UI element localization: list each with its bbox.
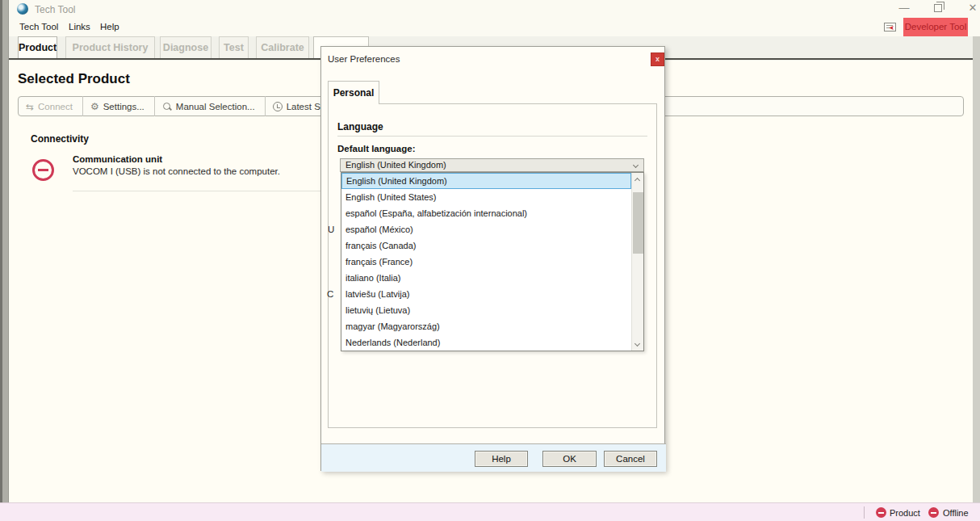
language-section-rule [337,136,647,137]
list-item[interactable]: español (México) [341,221,643,237]
feedback-icon[interactable] [884,23,896,32]
gear-icon: ⚙ [90,102,99,111]
statusbar: Product Offline [0,502,980,521]
scroll-down-icon[interactable] [634,341,640,347]
developer-tool-button[interactable]: Developer Tool [903,18,968,36]
tab-test[interactable]: Test [219,36,249,58]
product-status-icon [876,507,886,518]
list-item[interactable]: italiano (Italia) [341,270,643,286]
menubar: Tech Tool Links Help Developer Tool [9,19,980,36]
menu-help[interactable]: Help [100,22,119,32]
language-dropdown-list: English (United Kingdom) English (United… [341,172,644,351]
list-item[interactable]: français (France) [341,254,643,270]
not-connected-icon [32,159,54,181]
product-status-label: Product [890,508,920,518]
settings-label: Settings... [103,102,144,111]
window-left-edge [0,0,9,521]
list-item[interactable]: español (España, alfabetización internac… [341,205,643,221]
ok-button[interactable]: OK [542,451,597,467]
connect-label: Connect [38,102,73,111]
close-window-icon[interactable]: ✕ [966,2,979,15]
clock-icon [273,102,283,111]
list-item[interactable]: English (United States) [341,189,643,205]
list-item[interactable]: magyar (Magyarország) [341,318,643,334]
app-window: Tech Tool — ✕ Tech Tool Links Help Devel… [0,0,980,521]
settings-button[interactable]: ⚙ Settings... [83,97,154,116]
manual-selection-label: Manual Selection... [176,102,255,111]
dialog-title: User Preferences [328,54,400,64]
manual-selection-button[interactable]: Manual Selection... [155,97,265,116]
help-button[interactable]: Help [475,451,528,467]
connect-button[interactable]: ⇆ Connect [19,97,82,116]
connect-icon: ⇆ [26,101,34,111]
dialog-close-icon[interactable]: x [651,53,664,66]
communication-unit-title: Communication unit [73,154,162,164]
tab-diagnose[interactable]: Diagnose [160,36,211,58]
list-scrollbar[interactable] [631,173,643,351]
statusbar-divider [864,506,865,519]
connectivity-divider [73,191,323,191]
titlebar: Tech Tool — ✕ [9,0,980,19]
connectivity-heading: Connectivity [31,133,89,145]
restore-icon[interactable] [934,4,942,12]
occluded-label-units: U [328,225,334,234]
tab-product[interactable]: Product [18,36,57,58]
magnifier-icon [162,102,172,111]
list-item[interactable]: English (United Kingdom) [341,173,631,189]
tab-personal[interactable]: Personal [328,81,379,104]
communication-unit-status: VOCOM I (USB) is not connected to the co… [73,166,280,176]
cancel-button[interactable]: Cancel [604,451,657,467]
list-item[interactable]: français (Canada) [341,237,643,254]
scrollbar-thumb[interactable] [633,192,643,254]
tab-product-history[interactable]: Product History [65,36,155,58]
user-preferences-dialog: User Preferences x Personal Language Def… [320,46,665,471]
offline-status-icon [928,507,939,518]
chevron-down-icon [633,162,639,168]
menu-links[interactable]: Links [69,22,90,32]
selected-language-value: English (United Kingdom) [346,160,446,170]
scroll-up-icon[interactable] [634,178,640,183]
window-right-edge [973,36,980,502]
menu-tech-tool[interactable]: Tech Tool [19,22,58,32]
list-item[interactable]: latviešu (Latvija) [341,286,643,302]
app-logo-icon [17,3,28,15]
minimize-icon[interactable]: — [897,1,911,15]
list-item[interactable]: Nederlands (Nederland) [341,334,643,351]
occluded-label-c: C [327,289,333,299]
window-title: Tech Tool [35,4,75,15]
default-language-select[interactable]: English (United Kingdom) [340,158,644,172]
page-title: Selected Product [18,71,130,87]
list-item[interactable]: lietuvių (Lietuva) [341,302,643,318]
default-language-label: Default language: [337,144,415,153]
offline-status-label: Offline [943,508,969,518]
dialog-footer: Help OK Cancel [321,444,666,472]
tab-calibrate[interactable]: Calibrate [256,36,309,58]
language-section-heading: Language [337,121,383,132]
